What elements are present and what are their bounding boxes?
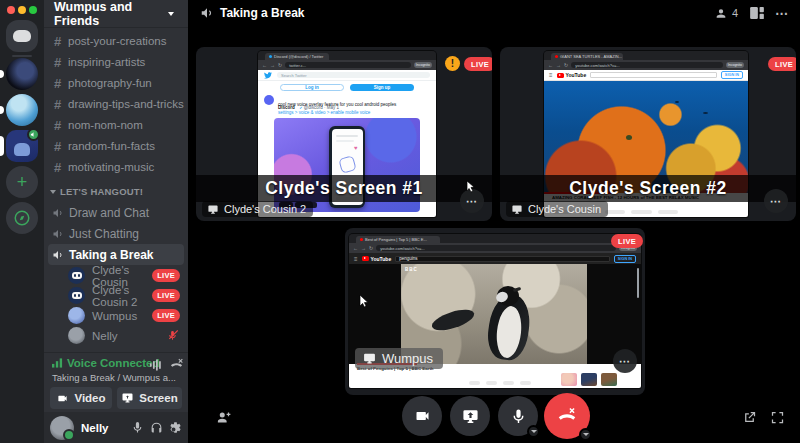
rail-divider xyxy=(12,55,32,57)
channel-post-your-creations[interactable]: #post-your-creations xyxy=(50,31,184,51)
server-header[interactable]: Wumpus and Friends xyxy=(44,0,188,28)
participant-nelly[interactable]: Nelly xyxy=(68,326,184,345)
share-screen-button[interactable] xyxy=(450,396,490,436)
browser-toolbar: ←→↻ twitter.c... Incognito xyxy=(258,60,436,70)
tile-more-button[interactable]: ⋯ xyxy=(613,349,637,373)
incognito-badge: Incognito xyxy=(414,62,432,68)
phone-disconnect-icon xyxy=(556,406,578,426)
mic-icon[interactable] xyxy=(131,421,144,434)
twitter-search-input[interactable]: Search Twitter xyxy=(277,72,430,78)
stream-tile-clydes-cousin[interactable]: GIANT SEA TURTLES - AMAZIN... ←→↻ youtub… xyxy=(500,47,796,221)
browser-tab[interactable]: GIANT SEA TURTLES - AMAZIN... xyxy=(551,53,623,60)
members-icon xyxy=(714,7,728,20)
add-server-button[interactable]: + xyxy=(6,166,38,198)
invite-person-icon xyxy=(215,410,232,425)
category-lets-hangout[interactable]: LET'S HANGOUT! xyxy=(48,186,184,197)
stream-tooltip: Clyde's Screen #2 xyxy=(500,175,796,202)
twitter-bird-icon xyxy=(264,72,272,79)
screen-icon xyxy=(511,204,523,215)
video-button[interactable]: Video xyxy=(50,387,112,409)
address-bar[interactable]: twitter.c... xyxy=(285,62,411,68)
stage-header: Taking a Break xyxy=(188,0,800,26)
layout-toggle-button[interactable] xyxy=(750,0,764,26)
disconnect-button[interactable] xyxy=(544,393,590,439)
participant-clydes-cousin-2[interactable]: Clyde's Cousin 2 LIVE xyxy=(68,286,184,305)
window-zoom-button[interactable] xyxy=(29,6,37,14)
voice-channel-taking-a-break[interactable]: Taking a Break xyxy=(48,244,184,265)
gear-icon[interactable] xyxy=(169,421,182,434)
server-icon-astronaut[interactable] xyxy=(6,58,38,90)
screen-share-button[interactable]: Screen xyxy=(117,387,182,409)
youtube-search-input[interactable] xyxy=(590,72,717,78)
hash-icon: # xyxy=(50,76,65,91)
stream-warning-badge[interactable]: ! xyxy=(445,56,460,71)
disconnect-options-chevron[interactable] xyxy=(579,428,592,441)
scrollbar[interactable] xyxy=(637,268,639,298)
address-bar[interactable]: youtube.com/watch?v=... xyxy=(571,62,723,68)
browser-tab-bar: GIANT SEA TURTLES - AMAZIN... xyxy=(544,51,748,60)
ad-thumbnail[interactable] xyxy=(561,373,577,386)
tweet-text-2: settings > voice & video > enable mobile… xyxy=(278,110,428,115)
channel-photography-fun[interactable]: #photography-fun xyxy=(50,73,184,93)
server-selected-pill xyxy=(0,136,4,156)
youtube-search-input[interactable]: penguins xyxy=(395,256,610,262)
ad-thumbnail[interactable] xyxy=(581,373,597,386)
youtube-logo[interactable]: YouTube xyxy=(362,256,392,262)
stream-tooltip: Clyde's Screen #1 xyxy=(196,175,492,202)
channel-drawing-tips[interactable]: #drawing-tips-and-tricks xyxy=(50,94,184,114)
channel-random-fun-facts[interactable]: #random-fun-facts xyxy=(50,136,184,156)
twitter-signup-button[interactable]: Sign up xyxy=(350,84,414,91)
screen-icon xyxy=(207,204,219,215)
stream-tile-clydes-cousin-2[interactable]: Discord (@discord) / Twitter ←→↻ twitter… xyxy=(196,47,492,221)
invite-to-call-button[interactable] xyxy=(210,404,236,430)
popout-button[interactable] xyxy=(738,406,760,428)
discord-home-button[interactable] xyxy=(6,20,38,52)
noise-suppression-icon[interactable] xyxy=(149,358,163,372)
sign-in-button[interactable]: SIGN IN xyxy=(721,71,743,79)
menu-icon[interactable]: ≡ xyxy=(354,256,358,262)
speaker-icon xyxy=(52,228,64,240)
participant-clydes-cousin[interactable]: Clyde's Cousin LIVE xyxy=(68,266,184,285)
server-icon-water[interactable] xyxy=(6,94,38,126)
more-options-button[interactable]: ⋯ xyxy=(775,0,788,26)
server-icon-wumpus[interactable] xyxy=(6,130,38,162)
browser-tab[interactable]: Discord (@discord) / Twitter xyxy=(265,53,329,60)
address-bar[interactable]: youtube.com/watch?v=... xyxy=(376,245,616,251)
participant-wumpus[interactable]: Wumpus LIVE xyxy=(68,306,184,325)
ad-thumbnail[interactable] xyxy=(601,373,617,386)
voice-channel-draw-and-chat[interactable]: Draw and Chat xyxy=(48,202,184,223)
stream-tile-wumpus[interactable]: Best of Penguins | Top 5 | BBC E... ←→↻ … xyxy=(345,228,645,395)
twitter-login-button[interactable]: Log in xyxy=(280,84,344,91)
compass-icon xyxy=(13,209,31,227)
voice-channel-path[interactable]: Taking a Break / Wumpus a... xyxy=(52,372,176,383)
youtube-logo[interactable]: YouTube xyxy=(557,72,587,78)
window-close-button[interactable] xyxy=(7,6,15,14)
mic-options-chevron[interactable] xyxy=(527,425,540,438)
user-avatar[interactable] xyxy=(50,416,74,440)
members-count[interactable]: 4 xyxy=(714,0,738,26)
camera-icon xyxy=(413,408,432,424)
channel-motivating-music[interactable]: #motivating-music xyxy=(50,157,184,177)
window-minimize-button[interactable] xyxy=(18,6,26,14)
channel-nom-nom-nom[interactable]: #nom-nom-nom xyxy=(50,115,184,135)
screen-icon xyxy=(362,352,377,365)
voice-connected-status[interactable]: Voice Connected xyxy=(52,357,159,369)
sign-in-button[interactable]: SIGN IN xyxy=(614,255,636,263)
chevron-down-icon xyxy=(168,12,174,16)
channel-inspiring-artists[interactable]: #inspiring-artists xyxy=(50,52,184,72)
headphones-icon[interactable] xyxy=(150,421,163,434)
voice-channel-just-chatting[interactable]: Just Chatting xyxy=(48,223,184,244)
fullscreen-button[interactable] xyxy=(766,406,788,428)
menu-icon[interactable]: ≡ xyxy=(549,72,553,78)
mute-mic-button[interactable] xyxy=(498,396,538,436)
screen-share-icon xyxy=(461,408,480,425)
disconnect-icon[interactable] xyxy=(169,358,184,372)
browser-tab[interactable]: Best of Penguins | Top 5 | BBC E... xyxy=(356,236,440,243)
explore-servers-button[interactable] xyxy=(6,202,38,234)
voice-status-panel: Voice Connected Taking a Break / Wumpus … xyxy=(44,352,188,385)
popout-icon xyxy=(742,410,757,425)
hash-icon: # xyxy=(50,55,65,70)
toggle-camera-button[interactable] xyxy=(402,396,442,436)
voice-active-badge xyxy=(27,128,40,141)
tile-more-button[interactable]: ⋯ xyxy=(764,189,788,213)
